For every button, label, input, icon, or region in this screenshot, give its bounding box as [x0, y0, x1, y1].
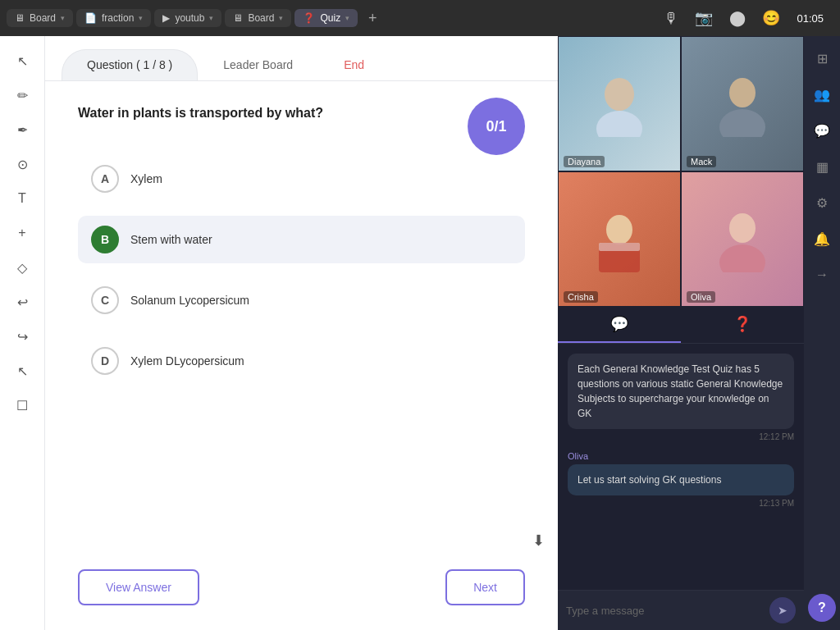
chat-bubble-1: Each General Knowledge Test Quiz has 5 q… — [568, 354, 794, 429]
quiz-tabs: Question ( 1 / 8 ) Leader Board End — [45, 36, 558, 81]
redo-tool[interactable]: ↪ — [7, 322, 37, 351]
chat-right-icon[interactable]: 💬 — [808, 116, 836, 144]
option-a[interactable]: A Xylem — [78, 155, 525, 203]
option-b-text: Stem with water — [130, 233, 212, 246]
brush-tool[interactable]: ✒ — [7, 115, 37, 144]
option-a-circle: A — [91, 165, 119, 193]
option-a-text: Xylem — [130, 172, 162, 185]
tab-arrow-1: ▾ — [61, 14, 65, 22]
circle-tool[interactable]: ⊙ — [7, 149, 37, 179]
next-button[interactable]: Next — [445, 569, 525, 605]
tab-end[interactable]: End — [318, 49, 390, 80]
youtube-icon: ▶ — [162, 12, 170, 24]
option-b[interactable]: B Stem with water — [78, 216, 525, 263]
video-cell-mack: Mack — [681, 36, 804, 171]
settings-icon[interactable]: ⚙ — [808, 189, 836, 217]
right-panel: Diayana Mack — [558, 36, 804, 630]
video-label-diayana: Diayana — [564, 156, 605, 167]
eraser-tool[interactable]: ◇ — [7, 253, 37, 282]
chat-message-2: Oliva Let us start solving GK questions … — [568, 451, 794, 508]
option-d-text: Xylem DLycopersicum — [130, 354, 244, 368]
top-bar: 🖥 Board ▾ 📄 fraction ▾ ▶ youtub ▾ 🖥 Boar… — [0, 0, 840, 36]
send-button[interactable]: ➤ — [769, 597, 796, 623]
option-d[interactable]: D Xylem DLycopersicum — [78, 337, 525, 385]
svg-point-1 — [596, 111, 642, 137]
grid-icon[interactable]: ⊞ — [808, 44, 836, 72]
board-icon-2: 🖥 — [233, 12, 243, 24]
time-display: 01:05 — [797, 12, 824, 25]
quiz-icon: ❓ — [303, 12, 315, 24]
chat-message-1: Each General Knowledge Test Quiz has 5 q… — [568, 354, 794, 441]
tab-arrow-4: ▾ — [279, 14, 283, 22]
option-c[interactable]: C Solanum Lycopersicum — [78, 276, 525, 324]
video-placeholder-crisha — [559, 172, 680, 306]
chat-sender-2: Oliva — [568, 451, 794, 461]
svg-point-4 — [606, 215, 632, 244]
right-panel-icons: 💬 ❓ — [558, 307, 804, 344]
tab-fraction[interactable]: 📄 fraction ▾ — [76, 9, 151, 27]
video-placeholder-oliva — [682, 172, 803, 306]
option-b-circle: B — [91, 226, 119, 253]
people-icon[interactable]: 👥 — [808, 80, 836, 108]
video-cell-diayana: Diayana — [558, 36, 681, 171]
qmark-badge[interactable]: ? — [808, 594, 836, 622]
video-placeholder-diayana — [559, 37, 680, 171]
score-badge: 0/1 — [468, 98, 525, 155]
tab-arrow-2: ▾ — [139, 14, 143, 22]
options-list: A Xylem B Stem with water C Solanum Lyco… — [78, 155, 525, 385]
chat-icon-btn[interactable]: 💬 — [558, 307, 681, 343]
emoji-icon[interactable]: 😊 — [762, 9, 780, 27]
main-area: ↖ ✏ ✒ ⊙ T + ◇ ↩ ↪ ↖ ☐ Question ( 1 / 8 )… — [0, 36, 840, 630]
mic-icon[interactable]: 🎙 — [664, 10, 678, 27]
fraction-icon: 📄 — [84, 12, 97, 24]
message-input[interactable] — [566, 605, 763, 617]
bell-icon[interactable]: 🔔 — [808, 225, 836, 253]
camera-icon[interactable]: 📷 — [695, 9, 713, 27]
download-area: ⬇ — [45, 528, 558, 553]
svg-point-2 — [729, 78, 756, 107]
option-c-text: Solanum Lycopersicum — [130, 294, 249, 307]
undo-tool[interactable]: ↩ — [7, 287, 37, 317]
svg-point-3 — [719, 109, 765, 137]
select-tool[interactable]: ↖ — [7, 46, 37, 75]
message-input-row: ➤ — [558, 590, 804, 630]
svg-point-0 — [605, 78, 634, 111]
chat-time-2: 12:13 PM — [568, 499, 794, 508]
pen-tool[interactable]: ✏ — [7, 80, 37, 110]
text-tool[interactable]: T — [7, 184, 37, 213]
tab-arrow-5: ▾ — [345, 14, 349, 22]
video-cell-oliva: Oliva — [681, 171, 804, 307]
record-icon[interactable]: ⬤ — [729, 9, 746, 27]
video-placeholder-mack — [682, 37, 803, 171]
chat-area[interactable]: Each General Knowledge Test Quiz has 5 q… — [558, 344, 804, 590]
tab-board-1[interactable]: 🖥 Board ▾ — [7, 9, 73, 27]
question-icon-btn[interactable]: ❓ — [681, 307, 804, 343]
pointer-tool[interactable]: ↖ — [7, 356, 37, 386]
view-answer-button[interactable]: View Answer — [78, 569, 199, 605]
tab-arrow-3: ▾ — [209, 14, 213, 22]
add-tab-button[interactable]: + — [361, 7, 384, 30]
tab-board-2[interactable]: 🖥 Board ▾ — [225, 9, 291, 27]
quiz-actions: View Answer Next — [45, 553, 558, 630]
video-cell-crisha: Crisha — [558, 171, 681, 307]
tab-youtube[interactable]: ▶ youtub ▾ — [154, 9, 221, 27]
option-c-circle: C — [91, 286, 119, 314]
option-d-circle: D — [91, 347, 119, 375]
far-right-sidebar: ⊞ 👥 💬 ▦ ⚙ 🔔 → ? — [804, 36, 840, 630]
top-bar-controls: 🎙 📷 ⬤ 😊 01:05 — [664, 9, 833, 27]
tab-leaderboard[interactable]: Leader Board — [198, 49, 318, 80]
download-icon[interactable]: ⬇ — [532, 532, 545, 550]
exit-icon[interactable]: → — [808, 261, 836, 289]
video-label-mack: Mack — [687, 156, 716, 167]
frame-tool[interactable]: ☐ — [7, 390, 37, 420]
tab-question[interactable]: Question ( 1 / 8 ) — [62, 49, 198, 80]
question-text: Water in plants is transported by what? — [78, 106, 525, 121]
add-tool[interactable]: + — [7, 218, 37, 248]
video-label-oliva: Oliva — [687, 291, 715, 303]
layout-icon[interactable]: ▦ — [808, 153, 836, 180]
quiz-content: 0/1 Water in plants is transported by wh… — [45, 81, 558, 528]
quiz-panel: Question ( 1 / 8 ) Leader Board End 0/1 … — [45, 36, 558, 630]
left-toolbar: ↖ ✏ ✒ ⊙ T + ◇ ↩ ↪ ↖ ☐ — [0, 36, 45, 630]
tab-quiz[interactable]: ❓ Quiz ▾ — [294, 9, 358, 27]
svg-point-7 — [729, 213, 756, 243]
